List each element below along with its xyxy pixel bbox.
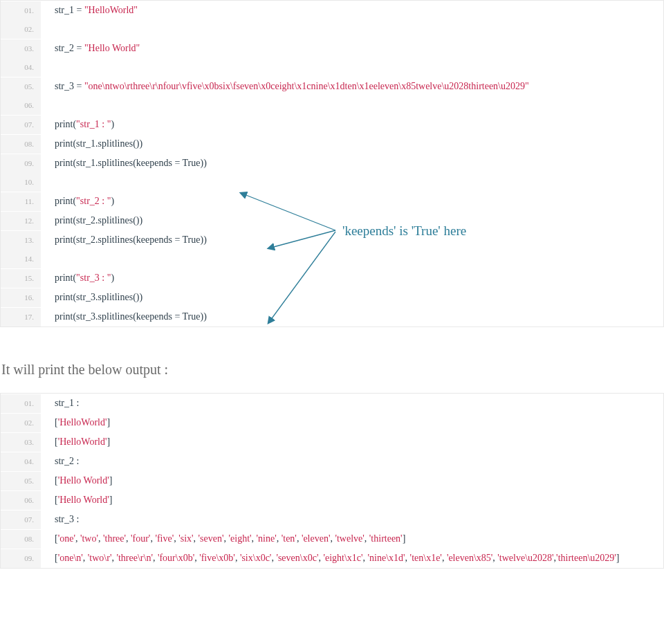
line-number: 08. bbox=[1, 530, 41, 549]
line-number: 05. bbox=[1, 77, 41, 96]
output-content: ['one\n', 'two\r', 'three\r\n', 'four\x0… bbox=[41, 549, 663, 567]
output-line: 06.['Hello World'] bbox=[1, 490, 663, 510]
line-number: 11. bbox=[1, 192, 41, 211]
code-block-source: 01.str_1 = "HelloWorld"02.03.str_2 = "He… bbox=[0, 0, 664, 327]
line-number: 04. bbox=[1, 452, 41, 471]
code-line: 12.print(str_2.splitlines()) bbox=[1, 211, 663, 230]
code-block-output: 01.str_1 :02.['HelloWorld']03.['HelloWor… bbox=[0, 393, 664, 569]
code-line: 09.print(str_1.splitlines(keepends = Tru… bbox=[1, 154, 663, 173]
code-line: 14. bbox=[1, 250, 663, 268]
output-line: 08.['one', 'two', 'three', 'four', 'five… bbox=[1, 529, 663, 549]
code-content: str_3 = "one\ntwo\rthree\r\nfour\vfive\x… bbox=[41, 77, 663, 95]
code-line: 05.str_3 = "one\ntwo\rthree\r\nfour\vfiv… bbox=[1, 77, 663, 96]
output-line: 03.['HelloWorld'] bbox=[1, 432, 663, 452]
line-number: 17. bbox=[1, 308, 41, 326]
output-content: str_2 : bbox=[41, 452, 663, 470]
code-line: 07.print("str_1 : ") bbox=[1, 115, 663, 134]
line-number: 14. bbox=[1, 250, 41, 268]
output-content: ['Hello World'] bbox=[41, 490, 663, 509]
output-line: 01.str_1 : bbox=[1, 394, 663, 413]
output-line: 07.str_3 : bbox=[1, 510, 663, 529]
line-number: 02. bbox=[1, 414, 41, 432]
line-number: 01. bbox=[1, 394, 41, 413]
code-line: 17.print(str_3.splitlines(keepends = Tru… bbox=[1, 307, 663, 326]
annotation-text: 'keepends' is 'True' here bbox=[342, 223, 466, 239]
code-content: print("str_3 : ") bbox=[41, 268, 663, 287]
line-number: 06. bbox=[1, 491, 41, 510]
code-content: print(str_1.splitlines(keepends = True)) bbox=[41, 154, 663, 172]
code-line: 08.print(str_1.splitlines()) bbox=[1, 134, 663, 154]
code-line: 01.str_1 = "HelloWorld" bbox=[1, 1, 663, 20]
code-content: print("str_2 : ") bbox=[41, 192, 663, 210]
line-number: 03. bbox=[1, 433, 41, 452]
output-line: 05.['Hello World'] bbox=[1, 471, 663, 490]
line-number: 12. bbox=[1, 212, 41, 230]
line-number: 05. bbox=[1, 472, 41, 490]
narrative-text: It will print the below output : bbox=[1, 362, 664, 378]
code-line: 10. bbox=[1, 173, 663, 192]
code-line: 11.print("str_2 : ") bbox=[1, 192, 663, 211]
line-number: 13. bbox=[1, 231, 41, 250]
output-content: ['Hello World'] bbox=[41, 471, 663, 490]
output-line: 04.str_2 : bbox=[1, 452, 663, 471]
code-line: 03.str_2 = "Hello World" bbox=[1, 39, 663, 58]
code-line: 15.print("str_3 : ") bbox=[1, 268, 663, 288]
output-content: ['one', 'two', 'three', 'four', 'five', … bbox=[41, 529, 663, 548]
code-line: 16.print(str_3.splitlines()) bbox=[1, 288, 663, 307]
line-number: 15. bbox=[1, 269, 41, 288]
output-line: 09.['one\n', 'two\r', 'three\r\n', 'four… bbox=[1, 549, 663, 568]
code-content: print(str_3.splitlines(keepends = True)) bbox=[41, 307, 663, 326]
output-content: ['HelloWorld'] bbox=[41, 413, 663, 432]
line-number: 16. bbox=[1, 288, 41, 307]
line-number: 10. bbox=[1, 173, 41, 192]
output-line: 02.['HelloWorld'] bbox=[1, 413, 663, 432]
code-content: print(str_1.splitlines()) bbox=[41, 134, 663, 153]
code-content: str_2 = "Hello World" bbox=[41, 39, 663, 57]
line-number: 04. bbox=[1, 58, 41, 77]
code-line: 04. bbox=[1, 58, 663, 77]
line-number: 01. bbox=[1, 1, 41, 20]
code-content: print("str_1 : ") bbox=[41, 115, 663, 134]
code-line: 06. bbox=[1, 96, 663, 115]
line-number: 03. bbox=[1, 39, 41, 58]
code-content: print(str_3.splitlines()) bbox=[41, 288, 663, 306]
line-number: 06. bbox=[1, 96, 41, 115]
code-line: 02. bbox=[1, 20, 663, 39]
output-content: str_3 : bbox=[41, 510, 663, 528]
line-number: 08. bbox=[1, 135, 41, 154]
code-line: 13.print(str_2.splitlines(keepends = Tru… bbox=[1, 230, 663, 250]
line-number: 07. bbox=[1, 116, 41, 134]
line-number: 07. bbox=[1, 510, 41, 529]
line-number: 09. bbox=[1, 154, 41, 173]
output-content: ['HelloWorld'] bbox=[41, 432, 663, 451]
code-content: str_1 = "HelloWorld" bbox=[41, 1, 663, 19]
output-content: str_1 : bbox=[41, 394, 663, 412]
line-number: 02. bbox=[1, 20, 41, 39]
line-number: 09. bbox=[1, 549, 41, 568]
